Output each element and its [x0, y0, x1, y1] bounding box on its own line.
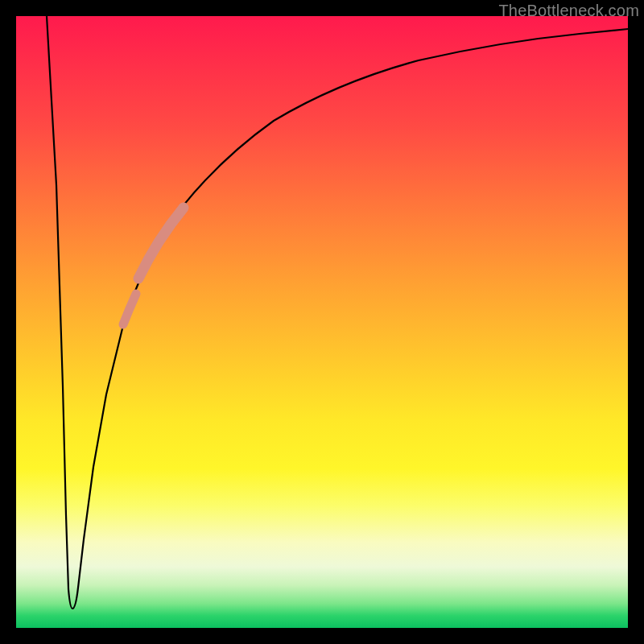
watermark-text: TheBottleneck.com — [498, 2, 639, 20]
chart-svg — [16, 16, 628, 628]
highlight-lower — [123, 294, 136, 324]
plot-area — [16, 16, 628, 628]
bottleneck-curve — [47, 16, 628, 609]
chart-frame: TheBottleneck.com — [0, 0, 644, 644]
highlight-upper — [138, 208, 184, 279]
